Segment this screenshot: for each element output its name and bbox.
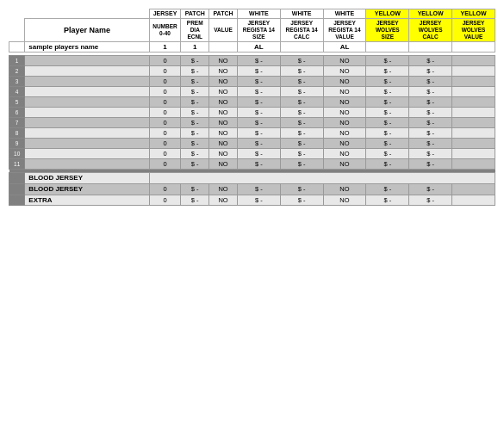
y1-7: $ - xyxy=(366,118,409,128)
extra-d1: $ - xyxy=(181,195,209,206)
dollar-6: $ - xyxy=(181,108,209,118)
table-row: 2 0 $ - NO $ - $ - NO $ - $ - xyxy=(9,66,495,77)
y1-8: $ - xyxy=(366,128,409,139)
sample-y1 xyxy=(366,41,409,53)
row-num-8: 8 xyxy=(9,128,25,139)
extra-label: EXTRA xyxy=(25,195,149,206)
h1-jersey: JERSEY xyxy=(149,9,181,19)
sample-w2 xyxy=(280,41,323,53)
y3-11 xyxy=(452,159,495,170)
y1-6: $ - xyxy=(366,108,409,118)
w3-5: $ - xyxy=(280,97,323,108)
y2-8: $ - xyxy=(409,128,452,139)
no2-11: NO xyxy=(323,159,366,170)
no-6: NO xyxy=(209,108,238,118)
y3-9 xyxy=(452,139,495,149)
h1-patch2: PATCH xyxy=(209,9,238,19)
sample-w1: AL xyxy=(237,41,280,53)
h2-y-size: JERSEYWOLVESSIZE xyxy=(366,19,409,41)
sample-y3 xyxy=(452,41,495,53)
table-row: 8 0 $ - NO $ - $ - NO $ - $ - xyxy=(9,128,495,139)
y1-11: $ - xyxy=(366,159,409,170)
y3-5 xyxy=(452,97,495,108)
h1-white1: WHITE xyxy=(237,9,280,19)
dollar-11: $ - xyxy=(181,159,209,170)
w2-5: $ - xyxy=(237,97,280,108)
player-name-7 xyxy=(25,118,149,128)
row-num-7: 7 xyxy=(9,118,25,128)
player-name-11 xyxy=(25,159,149,170)
sample-patch1: 1 xyxy=(181,41,209,53)
sample-patch2 xyxy=(209,41,238,53)
w3-3: $ - xyxy=(280,77,323,87)
w2-3: $ - xyxy=(237,77,280,87)
y1-1: $ - xyxy=(366,56,409,66)
h2-prem: PREMDIAECNL xyxy=(181,19,209,41)
h1-yellow3: YELLOW xyxy=(452,9,495,19)
h2-y-value: JERSEYWOLVESVALUE xyxy=(452,19,495,41)
no2-3: NO xyxy=(323,77,366,87)
w3-10: $ - xyxy=(280,149,323,159)
no2-6: NO xyxy=(323,108,366,118)
w3-8: $ - xyxy=(280,128,323,139)
no-4: NO xyxy=(209,87,238,97)
y3-10 xyxy=(452,149,495,159)
h2-rownum xyxy=(9,19,25,41)
num-11: 0 xyxy=(149,159,181,170)
table-row: 6 0 $ - NO $ - $ - NO $ - $ - xyxy=(9,108,495,118)
bj1-rownum xyxy=(9,173,25,184)
h2-y-calc: JERSEYWOLVESCALC xyxy=(409,19,452,41)
y1-9: $ - xyxy=(366,139,409,149)
num-6: 0 xyxy=(149,108,181,118)
dollar-8: $ - xyxy=(181,128,209,139)
no2-4: NO xyxy=(323,87,366,97)
row-num-2: 2 xyxy=(9,66,25,77)
h2-player-label: Player Name xyxy=(25,19,149,41)
dollar-3: $ - xyxy=(181,77,209,87)
y3-7 xyxy=(452,118,495,128)
y2-3: $ - xyxy=(409,77,452,87)
no-5: NO xyxy=(209,97,238,108)
no-1: NO xyxy=(209,56,238,66)
row-num-5: 5 xyxy=(9,97,25,108)
h1-rownum xyxy=(9,9,25,19)
w2-11: $ - xyxy=(237,159,280,170)
player-name-8 xyxy=(25,128,149,139)
bj2-y3 xyxy=(452,183,495,195)
row-num-9: 9 xyxy=(9,139,25,149)
h2-w-size: JERSEYREGISTA 14SIZE xyxy=(237,19,280,41)
y2-7: $ - xyxy=(409,118,452,128)
y3-2 xyxy=(452,66,495,77)
y2-2: $ - xyxy=(409,66,452,77)
num-8: 0 xyxy=(149,128,181,139)
sample-name: sample players name xyxy=(25,41,149,53)
player-name-6 xyxy=(25,108,149,118)
table-row: 5 0 $ - NO $ - $ - NO $ - $ - xyxy=(9,97,495,108)
bj2-label: BLOOD JERSEY xyxy=(25,183,149,195)
no-9: NO xyxy=(209,139,238,149)
sample-y2 xyxy=(409,41,452,53)
w3-11: $ - xyxy=(280,159,323,170)
h1-patch1: PATCH xyxy=(181,9,209,19)
num-9: 0 xyxy=(149,139,181,149)
sample-w3: AL xyxy=(323,41,366,53)
y3-1 xyxy=(452,56,495,66)
w3-4: $ - xyxy=(280,87,323,97)
table-row: 9 0 $ - NO $ - $ - NO $ - $ - xyxy=(9,139,495,149)
h2-w-value: JERSEYREGISTA 14VALUE xyxy=(323,19,366,41)
sample-rownum xyxy=(9,41,25,53)
dollar-9: $ - xyxy=(181,139,209,149)
player-name-2 xyxy=(25,66,149,77)
player-name-1 xyxy=(25,56,149,66)
sample-player-row: sample players name 1 1 AL AL xyxy=(9,41,495,53)
table-row: 10 0 $ - NO $ - $ - NO $ - $ - xyxy=(9,149,495,159)
y2-5: $ - xyxy=(409,97,452,108)
table-row: 7 0 $ - NO $ - $ - NO $ - $ - xyxy=(9,118,495,128)
row-num-3: 3 xyxy=(9,77,25,87)
no2-1: NO xyxy=(323,56,366,66)
extra-row: EXTRA 0 $ - NO $ - $ - NO $ - $ - xyxy=(9,195,495,206)
num-7: 0 xyxy=(149,118,181,128)
no2-9: NO xyxy=(323,139,366,149)
bj2-w3: $ - xyxy=(280,183,323,195)
player-name-4 xyxy=(25,87,149,97)
